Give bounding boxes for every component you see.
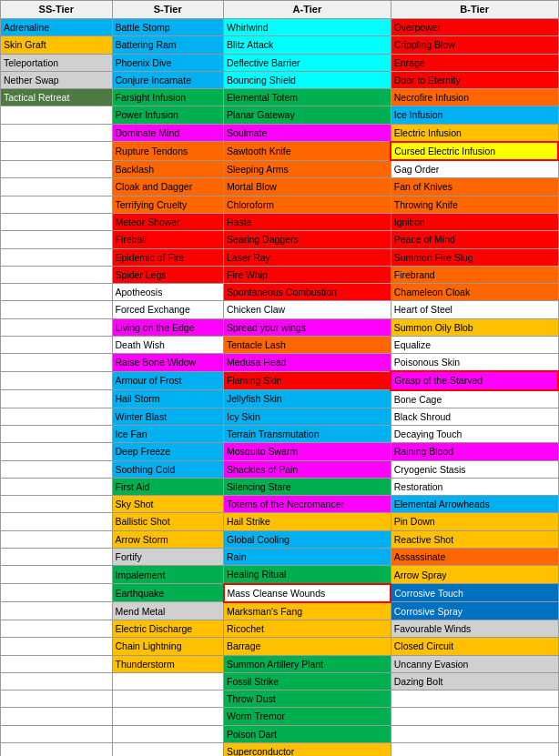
table-row: Ballistic ShotHail StrikePin Down (1, 513, 559, 530)
table-cell (1, 725, 113, 742)
table-cell: Firebrand (391, 266, 558, 283)
table-cell (1, 602, 113, 620)
table-cell: Overpower (391, 19, 558, 36)
table-cell: First Aid (112, 478, 224, 495)
table-row: Sky ShotTotems of the NecromancerElement… (1, 496, 559, 513)
table-cell (1, 213, 113, 230)
table-row: Mend MetalMarksman's FangCorrosive Spray (1, 602, 559, 620)
table-cell: Chameleon Cloak (391, 284, 558, 301)
table-cell: Hail Storm (112, 390, 224, 408)
table-cell: Terrifying Cruelty (112, 196, 224, 213)
table-row: Tactical RetreatFarsight InfusionElement… (1, 89, 559, 106)
table-cell: Elemental Totem (224, 89, 391, 106)
table-cell: Raining Blood (391, 443, 558, 460)
table-row: Skin GraftBattering RamBlitz AttackCripp… (1, 36, 559, 54)
table-cell: Poisonous Skin (391, 354, 558, 372)
table-row: Death WishTentacle LashEqualize (1, 336, 559, 353)
table-cell: Cryogenic Stasis (391, 460, 558, 478)
table-cell (1, 513, 113, 530)
column-header-stier: S-Tier (112, 1, 224, 19)
table-row: Deep FreezeMosquito SwarmRaining Blood (1, 443, 559, 460)
table-cell: Ice Infusion (391, 106, 558, 124)
table-cell: Tentacle Lash (224, 336, 391, 353)
table-cell: Summon Artillery Plant (224, 655, 391, 672)
table-row: FireballSearing DaggersPeace of Mind (1, 231, 559, 248)
table-cell: Silencing Stare (224, 478, 391, 495)
table-row: Chain LightningBarrageClosed Circuit (1, 638, 559, 655)
table-cell (1, 178, 113, 196)
table-row: Winter BlastIcy SkinBlack Shroud (1, 408, 559, 425)
table-cell: Corrosive Touch (391, 584, 558, 602)
table-row: FortifyRainAssassinate (1, 549, 559, 566)
table-row: Spider LegsFire WhipFirebrand (1, 266, 559, 283)
table-cell: Terrain Transmutation (224, 426, 391, 443)
table-cell (1, 742, 113, 756)
table-cell (1, 584, 113, 602)
table-cell (1, 301, 113, 318)
table-row: Superconductor (1, 742, 559, 756)
table-cell: Black Shroud (391, 408, 558, 425)
table-cell: Worm Tremor (224, 708, 391, 725)
table-cell: Uncanny Evasion (391, 655, 558, 672)
table-cell: Thunderstorm (112, 655, 224, 672)
table-cell: Elemental Arrowheads (391, 496, 558, 513)
table-cell: Soothing Cold (112, 460, 224, 478)
table-cell: Mass Cleanse Wounds (224, 584, 391, 602)
table-cell: Reactive Shot (391, 530, 558, 548)
table-cell: Decaying Touch (391, 426, 558, 443)
table-row: Nether SwapConjure IncarnateBouncing Shi… (1, 71, 559, 88)
table-cell: Fan of Knives (391, 178, 558, 196)
table-cell: Heart of Steel (391, 301, 558, 318)
table-cell: Chain Lightning (112, 638, 224, 655)
table-cell: Totems of the Necromancer (224, 496, 391, 513)
table-row: Poison Dart (1, 725, 559, 742)
table-cell: Skin Graft (1, 36, 113, 54)
table-cell: Teleportation (1, 54, 113, 71)
table-cell (1, 443, 113, 460)
table-cell: Sky Shot (112, 496, 224, 513)
table-cell: Restoration (391, 478, 558, 495)
table-cell (1, 549, 113, 566)
table-cell (1, 284, 113, 301)
table-cell (112, 672, 224, 690)
table-cell: Pin Down (391, 513, 558, 530)
table-cell: Global Cooling (224, 530, 391, 548)
column-header-atier: A-Tier (224, 1, 391, 19)
table-cell (1, 160, 113, 178)
table-row: Soothing ColdShackles of PainCryogenic S… (1, 460, 559, 478)
table-row: Living on the EdgeSpread your wingsSummo… (1, 318, 559, 336)
table-cell: Winter Blast (112, 408, 224, 425)
table-cell (1, 530, 113, 548)
table-cell (1, 231, 113, 248)
table-cell: Mosquito Swarm (224, 443, 391, 460)
table-cell: Battle Stomp (112, 19, 224, 36)
table-row: Forced ExchangeChicken ClawHeart of Stee… (1, 301, 559, 318)
table-row: Armour of FrostFlaming SkinGrasp of the … (1, 371, 559, 389)
table-cell: Nether Swap (1, 71, 113, 88)
table-cell: Crippling Blow (391, 36, 558, 54)
table-cell (1, 408, 113, 425)
table-row: TeleportationPhoenix DiveDeflective Barr… (1, 54, 559, 71)
table-cell (1, 566, 113, 584)
table-cell (1, 196, 113, 213)
table-cell (112, 690, 224, 708)
table-cell: Door to Eternity (391, 71, 558, 88)
table-cell: Summon Fire Slug (391, 248, 558, 266)
table-cell: Power Infusion (112, 106, 224, 124)
table-row: EarthquakeMass Cleanse WoundsCorrosive T… (1, 584, 559, 602)
table-cell: Soulmate (224, 124, 391, 142)
table-cell: Hail Strike (224, 513, 391, 530)
table-cell (112, 725, 224, 742)
table-cell: Gag Order (391, 160, 558, 178)
table-cell: Deflective Barrier (224, 54, 391, 71)
table-cell: Conjure Incarnate (112, 71, 224, 88)
table-cell: Enrage (391, 54, 558, 71)
table-cell (1, 248, 113, 266)
table-cell: Poison Dart (224, 725, 391, 742)
table-cell (1, 620, 113, 638)
table-cell: Blitz Attack (224, 36, 391, 54)
table-row: Epidemic of FireLaser RaySummon Fire Slu… (1, 248, 559, 266)
table-cell: Haste (224, 213, 391, 230)
table-cell: Electric Discharge (112, 620, 224, 638)
table-cell (1, 318, 113, 336)
